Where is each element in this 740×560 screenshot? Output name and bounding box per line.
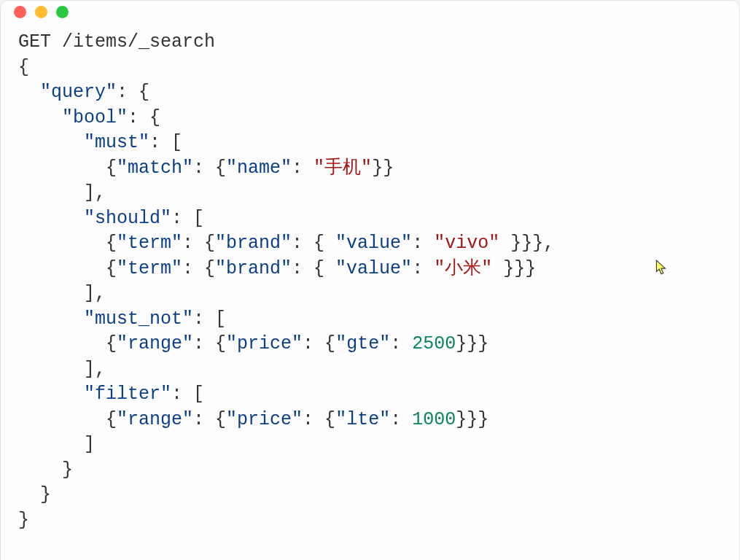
code-block[interactable]: GET /items/_search { "query": { "bool": …	[1, 23, 739, 560]
key-range-2: "range"	[117, 409, 193, 430]
value-lte-price: 1000	[412, 409, 456, 430]
key-term-1: "term"	[117, 233, 182, 254]
key-must-not: "must_not"	[84, 308, 193, 330]
minimize-window-button[interactable]	[35, 6, 47, 18]
value-match-name: "手机"	[313, 158, 372, 179]
value-brand-xiaomi: "小米"	[434, 258, 492, 279]
maximize-window-button[interactable]	[56, 6, 69, 18]
key-should: "should"	[84, 208, 171, 229]
window-titlebar	[1, 1, 739, 23]
value-brand-vivo: "vivo"	[434, 233, 499, 254]
key-value-1: "value"	[335, 233, 412, 254]
key-lte: "lte"	[335, 409, 390, 430]
code-window: GET /items/_search { "query": { "bool": …	[0, 0, 740, 560]
key-bool: "bool"	[62, 107, 128, 128]
key-must: "must"	[84, 132, 149, 153]
key-name: "name"	[226, 158, 292, 179]
key-price-2: "price"	[226, 409, 303, 430]
key-brand-2: "brand"	[215, 258, 292, 279]
request-line: GET /items/_search	[18, 31, 215, 52]
brace-close: }	[18, 510, 29, 531]
brace-open: {	[18, 57, 29, 78]
key-range-1: "range"	[117, 333, 193, 354]
key-brand-1: "brand"	[215, 233, 292, 254]
key-filter: "filter"	[84, 384, 171, 405]
value-gte-price: 2500	[412, 333, 456, 354]
key-value-2: "value"	[335, 258, 412, 279]
key-match: "match"	[117, 158, 193, 179]
key-price-1: "price"	[226, 333, 303, 354]
key-query: "query"	[40, 82, 117, 103]
key-term-2: "term"	[117, 258, 182, 279]
key-gte: "gte"	[335, 333, 390, 354]
close-window-button[interactable]	[14, 6, 26, 18]
mouse-cursor-icon	[655, 260, 667, 276]
